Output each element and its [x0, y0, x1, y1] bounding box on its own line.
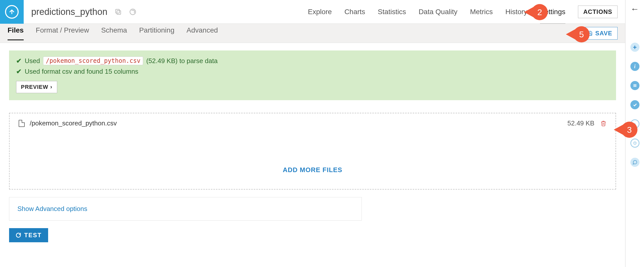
test-button-label: TEST: [24, 232, 42, 239]
tab-format-preview[interactable]: Format / Preview: [36, 26, 89, 40]
right-rail: ← + i: [625, 0, 644, 267]
top-nav: Explore Charts Statistics Data Quality M…: [308, 0, 625, 23]
refresh-disabled-icon[interactable]: [129, 8, 137, 16]
file-size: 52.49 KB: [567, 119, 594, 127]
dataset-title: predictions_python: [31, 7, 107, 17]
back-arrow[interactable]: ←: [631, 4, 639, 14]
check-icon: ✔: [16, 57, 22, 65]
banner-used-prefix: Used: [25, 57, 40, 65]
test-button[interactable]: TEST: [9, 228, 48, 242]
save-button[interactable]: SAVE: [582, 27, 618, 40]
banner-file-pill: /pokemon_scored_python.csv: [43, 57, 143, 65]
rail-clock-icon[interactable]: [630, 139, 639, 148]
parse-success-banner: ✔ Used /pokemon_scored_python.csv (52.49…: [9, 50, 616, 100]
copy-icon[interactable]: [114, 8, 122, 16]
settings-tabs-bar: Files Format / Preview Schema Partitioni…: [0, 24, 625, 43]
file-row: /pokemon_scored_python.csv 52.49 KB: [10, 113, 616, 133]
svg-rect-1: [116, 9, 119, 13]
file-icon: [19, 120, 25, 127]
banner-format-line: Used format csv and found 15 columns: [25, 68, 138, 75]
svg-rect-0: [117, 11, 121, 14]
rail-list-icon[interactable]: [630, 81, 639, 90]
check-icon: ✔: [16, 68, 22, 75]
content-area: ✔ Used /pokemon_scored_python.csv (52.49…: [0, 43, 625, 267]
file-path[interactable]: /pokemon_scored_python.csv: [30, 119, 117, 127]
rail-add-icon[interactable]: +: [630, 43, 639, 52]
nav-explore[interactable]: Explore: [308, 8, 332, 16]
header-bar: predictions_python Explore Charts Statis…: [0, 0, 625, 24]
nav-metrics[interactable]: Metrics: [470, 8, 493, 16]
tab-partitioning[interactable]: Partitioning: [139, 26, 174, 40]
banner-used-suffix: (52.49 KB) to parse data: [146, 57, 217, 65]
refresh-icon: [16, 232, 21, 238]
save-button-label: SAVE: [595, 30, 612, 37]
preview-button-label: PREVIEW: [21, 84, 48, 90]
nav-statistics[interactable]: Statistics: [378, 8, 406, 16]
trash-icon: [600, 120, 606, 127]
preview-button[interactable]: PREVIEW ›: [16, 81, 57, 93]
show-advanced-link[interactable]: Show Advanced options: [17, 205, 87, 212]
rail-comments-icon[interactable]: [630, 158, 639, 167]
nav-charts[interactable]: Charts: [344, 8, 365, 16]
rail-check-icon[interactable]: [630, 100, 639, 109]
save-icon: [587, 31, 593, 36]
files-dropzone[interactable]: /pokemon_scored_python.csv 52.49 KB ADD …: [9, 113, 616, 190]
tab-schema[interactable]: Schema: [101, 26, 127, 40]
rail-info-icon[interactable]: i: [630, 62, 639, 71]
app-logo[interactable]: [0, 0, 24, 24]
nav-history[interactable]: History: [505, 8, 527, 16]
upload-arrow-icon: [9, 9, 15, 15]
add-more-files-button[interactable]: ADD MORE FILES: [10, 133, 616, 189]
rail-history-icon[interactable]: [630, 119, 639, 128]
actions-button[interactable]: ACTIONS: [578, 6, 618, 18]
advanced-options-box: Show Advanced options: [9, 197, 362, 221]
nav-data-quality[interactable]: Data Quality: [418, 8, 457, 16]
delete-file-button[interactable]: [600, 120, 606, 127]
tab-advanced[interactable]: Advanced: [186, 26, 218, 40]
nav-settings[interactable]: Settings: [540, 8, 565, 24]
tab-files[interactable]: Files: [8, 26, 24, 40]
chevron-right-icon: ›: [50, 84, 52, 90]
